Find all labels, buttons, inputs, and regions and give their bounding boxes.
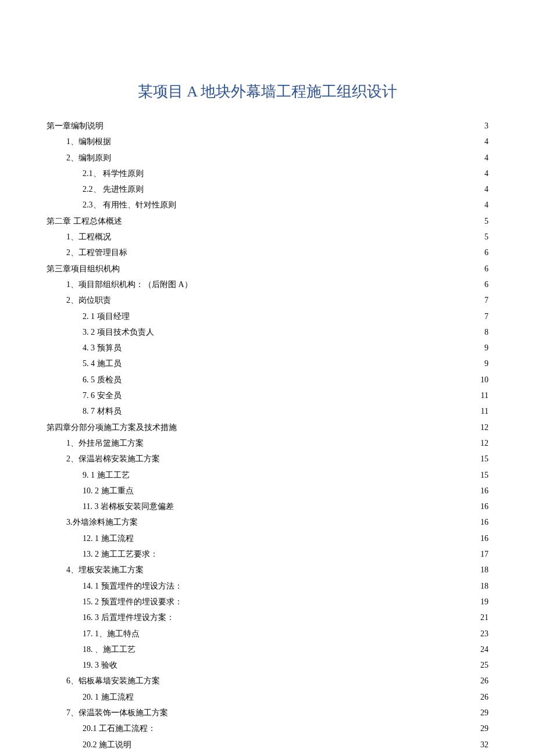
toc-page-number: 7 bbox=[484, 309, 488, 324]
toc-label: 1、项目部组织机构：（后附图 A） bbox=[66, 277, 192, 292]
toc-page-number: 32 bbox=[480, 737, 488, 753]
document-title: 某项目 A 地块外幕墙工程施工组织设计 bbox=[47, 81, 488, 102]
toc-label: 3.外墙涂料施工方案 bbox=[66, 514, 138, 530]
toc-entry: 6、铝板幕墙安装施工方案26 bbox=[47, 673, 488, 689]
toc-label: 1、工程概况 bbox=[66, 229, 111, 245]
toc-label: 第四章分部分项施工方案及技术措施 bbox=[47, 420, 177, 435]
toc-label: 2、编制原则 bbox=[66, 150, 111, 166]
toc-page-number: 7 bbox=[484, 292, 488, 308]
toc-entry: 1、工程概况5 bbox=[47, 229, 488, 245]
toc-page-number: 16 bbox=[480, 499, 488, 514]
toc-label: 15. 2 预置埋件的埋设要求： bbox=[83, 594, 183, 610]
toc-page-number: 4 bbox=[484, 166, 488, 181]
toc-page-number: 3 bbox=[484, 118, 488, 134]
toc-entry: 20. 1 施工流程26 bbox=[47, 689, 488, 705]
toc-entry: 16. 3 后置埋件埋设方案：21 bbox=[47, 610, 488, 625]
toc-page-number: 4 bbox=[484, 197, 488, 213]
toc-entry: 14. 1 预置埋件的埋设方法：18 bbox=[47, 578, 488, 594]
toc-entry: 第一章编制说明3 bbox=[47, 118, 488, 134]
toc-entry: 17. 1、施工特点23 bbox=[47, 626, 488, 642]
toc-label: 4、埋板安装施工方案 bbox=[66, 562, 144, 578]
toc-page-number: 16 bbox=[480, 531, 488, 546]
toc-page-number: 6 bbox=[484, 261, 488, 277]
toc-page-number: 11 bbox=[481, 388, 488, 403]
toc-entry: 7、保温装饰一体板施工方案29 bbox=[47, 705, 488, 721]
toc-page-number: 12 bbox=[480, 420, 488, 435]
toc-entry: 1、外挂吊篮施工方案12 bbox=[47, 435, 488, 451]
toc-page-number: 16 bbox=[480, 483, 488, 499]
toc-page-number: 15 bbox=[480, 467, 488, 483]
toc-entry: 8. 7 材料员11 bbox=[47, 403, 488, 419]
toc-page-number: 11 bbox=[481, 403, 488, 419]
toc-entry: 4. 3 预算员9 bbox=[47, 340, 488, 356]
toc-page-number: 24 bbox=[480, 642, 488, 657]
toc-label: 1、编制根据 bbox=[66, 134, 111, 149]
toc-label: 12. 1 施工流程 bbox=[83, 531, 134, 546]
toc-page-number: 8 bbox=[484, 324, 488, 340]
toc-page-number: 17 bbox=[480, 546, 488, 562]
toc-label: 20.1 工石施工流程： bbox=[83, 721, 156, 736]
toc-entry: 3. 2 项目技术负责人8 bbox=[47, 324, 488, 340]
toc-page-number: 4 bbox=[484, 181, 488, 197]
toc-label: 9. 1 施工工艺 bbox=[83, 467, 130, 483]
toc-entry: 4、埋板安装施工方案18 bbox=[47, 562, 488, 578]
toc-page-number: 4 bbox=[484, 134, 488, 149]
toc-page-number: 6 bbox=[484, 245, 488, 260]
toc-page-number: 21 bbox=[480, 610, 488, 625]
toc-label: 7. 6 安全员 bbox=[83, 388, 122, 403]
toc-page-number: 29 bbox=[480, 721, 488, 736]
toc-label: 18. 、施工工艺 bbox=[83, 642, 135, 657]
toc-entry: 10. 2 施工重点16 bbox=[47, 483, 488, 499]
toc-page-number: 15 bbox=[480, 451, 488, 467]
toc-page-number: 9 bbox=[484, 340, 488, 356]
toc-label: 6. 5 质检员 bbox=[83, 372, 122, 388]
toc-label: 10. 2 施工重点 bbox=[83, 483, 134, 499]
toc-label: 2. 1 项目经理 bbox=[83, 309, 130, 324]
toc-entry: 3.外墙涂料施工方案16 bbox=[47, 514, 488, 530]
toc-entry: 7. 6 安全员11 bbox=[47, 388, 488, 403]
toc-page-number: 4 bbox=[484, 150, 488, 166]
toc-page-number: 10 bbox=[480, 372, 488, 388]
toc-label: 第一章编制说明 bbox=[47, 118, 104, 134]
toc-label: 1、外挂吊篮施工方案 bbox=[66, 435, 144, 451]
toc-label: 2、工程管理目标 bbox=[66, 245, 127, 260]
toc-label: 16. 3 后置埋件埋设方案： bbox=[83, 610, 174, 625]
toc-label: 20. 1 施工流程 bbox=[83, 689, 134, 705]
toc-label: 14. 1 预置埋件的埋设方法： bbox=[83, 578, 183, 594]
toc-label: 第二章 工程总体概述 bbox=[47, 213, 122, 229]
toc-entry: 2.2、 先进性原则4 bbox=[47, 181, 488, 197]
toc-entry: 6. 5 质检员10 bbox=[47, 372, 488, 388]
toc-label: 2、保温岩棉安装施工方案 bbox=[66, 451, 160, 467]
table-of-contents: 第一章编制说明31、编制根据42、编制原则42.1、 科学性原则42.2、 先进… bbox=[47, 118, 488, 753]
toc-entry: 2.1、 科学性原则4 bbox=[47, 166, 488, 181]
toc-entry: 第四章分部分项施工方案及技术措施12 bbox=[47, 420, 488, 435]
toc-entry: 5. 4 施工员9 bbox=[47, 356, 488, 371]
toc-entry: 2.3、 有用性、针对性原则4 bbox=[47, 197, 488, 213]
toc-entry: 2、保温岩棉安装施工方案15 bbox=[47, 451, 488, 467]
toc-entry: 11. 3 岩棉板安装同意偏差16 bbox=[47, 499, 488, 514]
toc-label: 19. 3 验收 bbox=[83, 657, 117, 673]
toc-entry: 第三章项目组织机构6 bbox=[47, 261, 488, 277]
toc-page-number: 19 bbox=[480, 594, 488, 610]
toc-entry: 第二章 工程总体概述5 bbox=[47, 213, 488, 229]
toc-entry: 9. 1 施工工艺15 bbox=[47, 467, 488, 483]
toc-page-number: 5 bbox=[484, 213, 488, 229]
toc-label: 6、铝板幕墙安装施工方案 bbox=[66, 673, 160, 689]
toc-label: 20.2 施工说明 bbox=[83, 737, 131, 753]
toc-entry: 15. 2 预置埋件的埋设要求：19 bbox=[47, 594, 488, 610]
toc-page-number: 26 bbox=[480, 689, 488, 705]
toc-entry: 12. 1 施工流程16 bbox=[47, 531, 488, 546]
toc-entry: 19. 3 验收25 bbox=[47, 657, 488, 673]
toc-entry: 2、工程管理目标6 bbox=[47, 245, 488, 260]
toc-label: 第三章项目组织机构 bbox=[47, 261, 120, 277]
toc-label: 7、保温装饰一体板施工方案 bbox=[66, 705, 168, 721]
toc-label: 5. 4 施工员 bbox=[83, 356, 122, 371]
toc-entry: 13. 2 施工工艺要求：17 bbox=[47, 546, 488, 562]
toc-label: 2.1、 科学性原则 bbox=[83, 166, 144, 181]
toc-entry: 2、编制原则4 bbox=[47, 150, 488, 166]
toc-label: 11. 3 岩棉板安装同意偏差 bbox=[83, 499, 174, 514]
toc-page-number: 26 bbox=[480, 673, 488, 689]
toc-entry: 20.1 工石施工流程：29 bbox=[47, 721, 488, 736]
toc-page-number: 23 bbox=[480, 626, 488, 642]
toc-page-number: 18 bbox=[480, 562, 488, 578]
